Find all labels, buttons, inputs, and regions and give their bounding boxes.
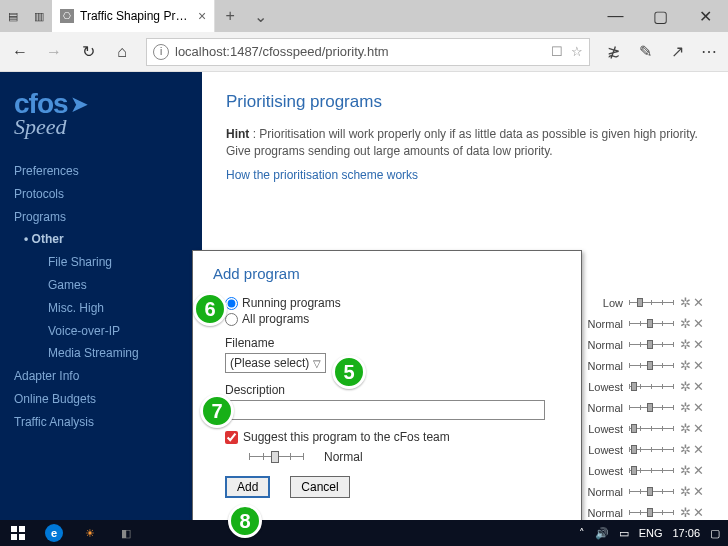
gear-icon[interactable]: ✲: [680, 295, 691, 310]
priority-slider-mini[interactable]: [629, 361, 674, 371]
delete-icon[interactable]: ✕: [693, 400, 704, 415]
tray-up-icon[interactable]: ˄: [579, 527, 585, 540]
forward-button[interactable]: →: [38, 36, 70, 68]
priority-slider-mini[interactable]: [629, 298, 674, 308]
tray-network-icon[interactable]: ▭: [619, 527, 629, 540]
gear-icon[interactable]: ✲: [680, 442, 691, 457]
tray-time[interactable]: 17:06: [672, 527, 700, 539]
priority-slider-mini[interactable]: [629, 508, 674, 518]
more-button[interactable]: ⋯: [694, 36, 724, 68]
reload-button[interactable]: ↻: [72, 36, 104, 68]
priority-slider-mini[interactable]: [629, 487, 674, 497]
filename-select[interactable]: (Please select) ▽: [225, 353, 326, 373]
tray-notifications-icon[interactable]: ▢: [710, 527, 720, 540]
delete-icon[interactable]: ✕: [693, 484, 704, 499]
close-icon[interactable]: ×: [198, 8, 206, 24]
priority-slider-mini[interactable]: [629, 445, 674, 455]
taskbar-app-2[interactable]: ☀: [72, 520, 108, 546]
tray-lang[interactable]: ENG: [639, 527, 663, 539]
gear-icon[interactable]: ✲: [680, 316, 691, 331]
priority-slider-mini[interactable]: [629, 340, 674, 350]
nav-media[interactable]: Media Streaming: [48, 342, 188, 365]
delete-icon[interactable]: ✕: [693, 421, 704, 436]
share-button[interactable]: ↗: [662, 36, 692, 68]
taskbar-app-3[interactable]: ◧: [108, 520, 144, 546]
window-close[interactable]: ✕: [683, 0, 728, 32]
notes-button[interactable]: ✎: [630, 36, 660, 68]
delete-icon[interactable]: ✕: [693, 442, 704, 457]
nav-programs[interactable]: Programs: [14, 206, 188, 229]
browser-tab[interactable]: ⎔ Traffic Shaping Priorities ×: [52, 0, 215, 32]
tabs-preview-icon[interactable]: ▥: [26, 0, 52, 32]
suggest-label: Suggest this program to the cFos team: [243, 430, 450, 444]
tab-chevron-icon[interactable]: ⌄: [245, 0, 275, 32]
home-button[interactable]: ⌂: [106, 36, 138, 68]
nav-file-sharing[interactable]: File Sharing: [48, 251, 188, 274]
row-icons: ✲✕: [680, 442, 704, 457]
gear-icon[interactable]: ✲: [680, 400, 691, 415]
delete-icon[interactable]: ✕: [693, 505, 704, 520]
delete-icon[interactable]: ✕: [693, 379, 704, 394]
gear-icon[interactable]: ✲: [680, 337, 691, 352]
row-icons: ✲✕: [680, 484, 704, 499]
window-minimize[interactable]: —: [593, 0, 638, 32]
howto-link[interactable]: How the prioritisation scheme works: [226, 168, 704, 182]
delete-icon[interactable]: ✕: [693, 463, 704, 478]
nav-misc-high[interactable]: Misc. High: [48, 297, 188, 320]
priority-slider-mini[interactable]: [629, 382, 674, 392]
nav-traffic-analysis[interactable]: Traffic Analysis: [14, 411, 188, 434]
nav-other[interactable]: Other: [24, 228, 188, 251]
suggest-checkbox[interactable]: [225, 431, 238, 444]
add-program-modal: Add program Running programs All program…: [192, 250, 582, 528]
suggest-checkbox-row[interactable]: Suggest this program to the cFos team: [225, 430, 561, 444]
gear-icon[interactable]: ✲: [680, 463, 691, 478]
nav-voip[interactable]: Voice-over-IP: [48, 320, 188, 343]
sidebar-toggle-icon[interactable]: ▤: [0, 0, 26, 32]
delete-icon[interactable]: ✕: [693, 295, 704, 310]
nav-protocols[interactable]: Protocols: [14, 183, 188, 206]
favorite-star-icon[interactable]: ☆: [571, 44, 583, 59]
reading-view-icon[interactable]: ☐: [551, 44, 563, 59]
nav-online-budgets[interactable]: Online Budgets: [14, 388, 188, 411]
priority-slider[interactable]: [249, 450, 304, 464]
delete-icon[interactable]: ✕: [693, 358, 704, 373]
url-actions: ≵ ✎ ↗ ⋯: [598, 36, 724, 68]
nav-preferences[interactable]: Preferences: [14, 160, 188, 183]
program-rows: Low✲✕Normal✲✕Normal✲✕Normal✲✕Lowest✲✕Nor…: [573, 292, 704, 520]
start-button[interactable]: [0, 520, 36, 546]
site-info-icon[interactable]: i: [153, 44, 169, 60]
cancel-button[interactable]: Cancel: [290, 476, 349, 498]
favorites-button[interactable]: ≵: [598, 36, 628, 68]
slider-thumb[interactable]: [271, 451, 279, 463]
window-maximize[interactable]: ▢: [638, 0, 683, 32]
radio-all-input[interactable]: [225, 313, 238, 326]
add-button[interactable]: Add: [225, 476, 270, 498]
priority-slider-mini[interactable]: [629, 466, 674, 476]
program-row: Normal✲✕: [573, 355, 704, 376]
radio-running-programs[interactable]: Running programs: [225, 296, 561, 310]
annotation-badge-8: 8: [228, 504, 262, 538]
priority-slider-mini[interactable]: [629, 403, 674, 413]
new-tab-button[interactable]: +: [215, 0, 245, 32]
gear-icon[interactable]: ✲: [680, 421, 691, 436]
address-bar[interactable]: i localhost:1487/cfosspeed/priority.htm …: [146, 38, 590, 66]
tray-volume-icon[interactable]: 🔊: [595, 527, 609, 540]
back-button[interactable]: ←: [4, 36, 36, 68]
gear-icon[interactable]: ✲: [680, 484, 691, 499]
nav-games[interactable]: Games: [48, 274, 188, 297]
gear-icon[interactable]: ✲: [680, 379, 691, 394]
gear-icon[interactable]: ✲: [680, 505, 691, 520]
sidebar-nav: Preferences Protocols Programs Other Fil…: [0, 152, 202, 442]
nav-adapter-info[interactable]: Adapter Info: [14, 365, 188, 388]
logo-arrow-icon: ➤: [71, 92, 87, 116]
taskbar-edge[interactable]: e: [36, 520, 72, 546]
delete-icon[interactable]: ✕: [693, 337, 704, 352]
row-icons: ✲✕: [680, 295, 704, 310]
priority-slider-mini[interactable]: [629, 424, 674, 434]
radio-all-programs[interactable]: All programs: [225, 312, 561, 326]
priority-slider-mini[interactable]: [629, 319, 674, 329]
gear-icon[interactable]: ✲: [680, 358, 691, 373]
slider-value-label: Normal: [324, 450, 363, 464]
description-input[interactable]: [225, 400, 545, 420]
delete-icon[interactable]: ✕: [693, 316, 704, 331]
